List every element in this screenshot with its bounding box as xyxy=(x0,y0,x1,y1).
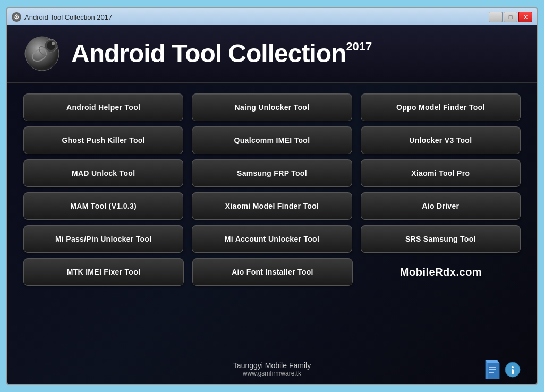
button-row-6: MTK IMEI Fixer Tool Aio Font Installer T… xyxy=(23,258,521,286)
svg-rect-14 xyxy=(512,369,514,374)
mi-account-unlocker-tool-button[interactable]: Mi Account Unlocker Tool xyxy=(192,225,352,253)
branding-text: MobileRdx.com xyxy=(361,266,521,278)
window-controls: – □ ✕ xyxy=(489,12,532,22)
button-row-5: Mi Pass/Pin Unlocker Tool Mi Account Unl… xyxy=(23,225,521,253)
ghost-push-killer-tool-button[interactable]: Ghost Push Killer Tool xyxy=(23,126,183,154)
mam-tool-button[interactable]: MAM Tool (V1.0.3) xyxy=(23,192,183,220)
close-button[interactable]: ✕ xyxy=(518,12,532,22)
maximize-button[interactable]: □ xyxy=(504,12,517,22)
minimize-button[interactable]: – xyxy=(489,12,503,22)
title-bar: ⚙ Android Tool Collection 2017 – □ ✕ xyxy=(7,8,537,25)
buttons-area: Android Helper Tool Naing Unlocker Tool … xyxy=(7,83,537,357)
qualcomm-imei-tool-button[interactable]: Qualcomm IMEI Tool xyxy=(192,126,352,154)
button-row-1: Android Helper Tool Naing Unlocker Tool … xyxy=(23,93,521,121)
svg-rect-8 xyxy=(488,363,499,379)
samsung-frp-tool-button[interactable]: Samsung FRP Tool xyxy=(192,159,352,187)
naing-unlocker-tool-button[interactable]: Naing Unlocker Tool xyxy=(192,93,352,121)
button-row-2: Ghost Push Killer Tool Qualcomm IMEI Too… xyxy=(23,126,521,154)
footer-organization: Taunggyi Mobile Family xyxy=(233,361,311,370)
app-year: 2017 xyxy=(346,41,372,53)
app-icon: ⚙ xyxy=(12,12,21,22)
svg-marker-7 xyxy=(486,360,499,363)
mi-pass-pin-unlocker-tool-button[interactable]: Mi Pass/Pin Unlocker Tool xyxy=(23,225,183,253)
svg-point-3 xyxy=(52,42,55,45)
main-content: Android Tool Collection 2017 Android Hel… xyxy=(7,25,537,384)
footer: Taunggyi Mobile Family www.gsmfirmware.t… xyxy=(7,357,537,384)
android-helper-tool-button[interactable]: Android Helper Tool xyxy=(23,93,183,121)
srs-samsung-tool-button[interactable]: SRS Samsung Tool xyxy=(361,225,521,253)
title-bar-left: ⚙ Android Tool Collection 2017 xyxy=(12,12,112,22)
svg-rect-9 xyxy=(489,367,496,368)
main-window: ⚙ Android Tool Collection 2017 – □ ✕ xyxy=(6,7,538,385)
mad-unlock-tool-button[interactable]: MAD Unlock Tool xyxy=(23,159,183,187)
footer-icons xyxy=(484,360,521,381)
unlocker-v3-tool-button[interactable]: Unlocker V3 Tool xyxy=(361,126,521,154)
oppo-model-finder-tool-button[interactable]: Oppo Model Finder Tool xyxy=(361,93,521,121)
svg-point-13 xyxy=(512,366,514,368)
header: Android Tool Collection 2017 xyxy=(7,25,537,83)
header-text: Android Tool Collection 2017 xyxy=(71,41,372,66)
button-row-4: MAM Tool (V1.0.3) Xiaomi Model Finder To… xyxy=(23,192,521,220)
mtk-imei-fixer-tool-button[interactable]: MTK IMEI Fixer Tool xyxy=(23,258,184,286)
button-row-3: MAD Unlock Tool Samsung FRP Tool Xiaomi … xyxy=(23,159,521,187)
footer-url: www.gsmfirmware.tk xyxy=(233,370,311,377)
svg-rect-10 xyxy=(489,369,496,370)
app-title: Android Tool Collection xyxy=(71,41,346,66)
book-icon[interactable] xyxy=(484,360,500,381)
window-title: Android Tool Collection 2017 xyxy=(24,13,112,21)
app-logo xyxy=(23,35,61,72)
aio-driver-button[interactable]: Aio Driver xyxy=(361,192,521,220)
xiaomi-model-finder-tool-button[interactable]: Xiaomi Model Finder Tool xyxy=(192,192,352,220)
aio-font-installer-tool-button[interactable]: Aio Font Installer Tool xyxy=(192,258,353,286)
footer-center: Taunggyi Mobile Family www.gsmfirmware.t… xyxy=(233,361,311,377)
xiaomi-tool-pro-button[interactable]: Xiaomi Tool Pro xyxy=(361,159,521,187)
svg-rect-11 xyxy=(489,372,494,373)
info-icon[interactable] xyxy=(505,362,521,380)
